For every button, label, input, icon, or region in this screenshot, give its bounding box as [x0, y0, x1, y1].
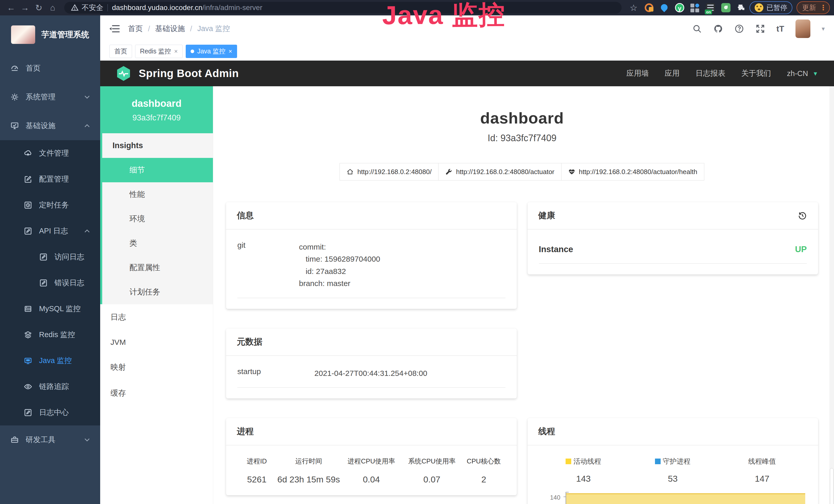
log-edit-icon: [39, 279, 48, 287]
active-dot: [191, 49, 194, 53]
sidebar-item-error-log[interactable]: 错误日志: [0, 270, 100, 296]
sidebar-item-label: 系统管理: [26, 92, 56, 102]
fullscreen-icon[interactable]: [755, 24, 765, 33]
font-size-icon[interactable]: tT: [776, 24, 784, 33]
log-edit-icon: [39, 253, 48, 261]
instance-name: dashboard: [103, 98, 211, 109]
sidebar-item-trace[interactable]: 链路追踪: [0, 373, 100, 399]
chevron-up-icon: [83, 227, 91, 235]
sidebar: 芋道管理系统 首页 系统管理 基础设施: [0, 16, 100, 504]
back-icon[interactable]: ←: [4, 3, 18, 13]
sidebar-item-config[interactable]: 配置管理: [0, 166, 100, 192]
menu-item-caches[interactable]: 缓存: [100, 380, 213, 406]
browser-home-icon[interactable]: ⌂: [46, 3, 60, 13]
instance-links: http://192.168.0.2:48080/ http://192.168…: [226, 163, 818, 181]
info-key: git: [237, 241, 299, 290]
extension-switch-icon[interactable]: on: [706, 3, 715, 12]
tag-home[interactable]: 首页: [109, 45, 132, 58]
menu-item-details[interactable]: 细节: [102, 158, 213, 182]
sba-nav-journal[interactable]: 日志报表: [696, 68, 725, 78]
menu-item-environment[interactable]: 环境: [102, 207, 213, 231]
url-path[interactable]: /infra/admin-server: [202, 4, 262, 12]
sidebar-item-system[interactable]: 系统管理: [0, 83, 100, 111]
hamburger-icon[interactable]: [109, 25, 120, 32]
sidebar-item-infra[interactable]: 基础设施: [0, 111, 100, 140]
sidebar-submenu-infra: 文件管理 配置管理 定时任务 API 日志: [0, 140, 100, 426]
sidebar-item-mysql[interactable]: MySQL 监控: [0, 296, 100, 322]
sba-nav-about[interactable]: 关于我们: [741, 68, 771, 78]
security-label[interactable]: 不安全: [82, 3, 103, 13]
tag-redis[interactable]: Redis 监控 ×: [135, 45, 183, 58]
menu-item-scheduled-tasks[interactable]: 计划任务: [102, 280, 213, 304]
actuator-url-link[interactable]: http://192.168.0.2:48080/actuator: [438, 163, 561, 181]
menu-item-config-props[interactable]: 配置属性: [102, 255, 213, 280]
extension-grid-icon[interactable]: [690, 3, 700, 12]
sidebar-item-file[interactable]: 文件管理: [0, 140, 100, 166]
close-icon[interactable]: ×: [174, 48, 178, 55]
menu-item-mappings[interactable]: 映射: [100, 354, 213, 380]
sidebar-item-java[interactable]: Java 监控: [0, 348, 100, 373]
sba-nav-applications[interactable]: 应用: [665, 68, 680, 78]
chevron-down-icon[interactable]: ▾: [822, 25, 825, 32]
schedule-icon: [24, 201, 32, 209]
extension-pin-icon[interactable]: [660, 3, 669, 12]
search-icon[interactable]: [692, 24, 702, 33]
menu-item-classes[interactable]: 类: [102, 231, 213, 255]
metadata-key: startup: [237, 367, 314, 379]
scrollbar-thumb[interactable]: [830, 468, 833, 504]
sidebar-item-label: 研发工具: [26, 435, 56, 445]
log-edit-icon: [24, 408, 32, 417]
sidebar-item-home[interactable]: 首页: [0, 54, 100, 83]
paused-button[interactable]: 已暂停: [749, 1, 792, 14]
menu-item-logs[interactable]: 日志: [100, 304, 213, 330]
menu-item-jvm[interactable]: JVM: [100, 330, 213, 354]
divider: [107, 4, 108, 11]
health-url-link[interactable]: http://192.168.0.2:48080/actuator/health: [561, 163, 704, 181]
bookmark-star-icon[interactable]: ☆: [630, 3, 637, 13]
extension-y-icon[interactable]: y: [675, 3, 684, 12]
extension-badge: [649, 7, 654, 12]
reload-icon[interactable]: ↻: [32, 3, 46, 13]
sba-nav-language[interactable]: zh-CN: [787, 69, 808, 78]
url-bar[interactable]: 不安全 dashboard.yudao.iocoder.cn/infra/adm…: [64, 2, 621, 14]
sidebar-item-api-log[interactable]: API 日志: [0, 218, 100, 244]
info-card: 信息 git commit: time: 1596289704000 id: 2…: [226, 202, 517, 309]
url-domain[interactable]: dashboard.yudao.iocoder.cn: [112, 4, 202, 12]
sidebar-item-access-log[interactable]: 访问日志: [0, 244, 100, 270]
extension-puzzle-icon[interactable]: [737, 3, 746, 12]
github-icon[interactable]: [713, 24, 723, 33]
sba-brand-title[interactable]: Spring Boot Admin: [139, 67, 239, 79]
avatar[interactable]: [795, 20, 810, 38]
scrollbar-track[interactable]: [829, 86, 834, 504]
gear-icon: [10, 93, 19, 101]
tag-label: Redis 监控: [140, 47, 171, 55]
forward-icon[interactable]: →: [18, 3, 32, 13]
breadcrumb-infra[interactable]: 基础设施: [155, 24, 185, 34]
sidebar-item-redis[interactable]: Redis 监控: [0, 322, 100, 348]
instance-header[interactable]: dashboard 93a3fc7f7409: [100, 86, 213, 133]
card-title: 健康: [539, 210, 555, 221]
sidebar-item-job[interactable]: 定时任务: [0, 192, 100, 218]
service-url-link[interactable]: http://192.168.0.2:48080/: [339, 163, 438, 181]
page-title: dashboard: [226, 109, 818, 127]
breadcrumb-home[interactable]: 首页: [128, 24, 143, 34]
update-button[interactable]: 更新 ⋮: [796, 1, 830, 14]
history-icon[interactable]: [797, 211, 807, 221]
tag-label: 首页: [114, 47, 127, 55]
extension-leaf-icon[interactable]: [721, 3, 730, 12]
info-git-row: git commit: time: 1596289704000 id: 27aa…: [237, 241, 505, 298]
help-icon[interactable]: [734, 24, 744, 33]
threads-legend: 活动线程 守护进程 线程峰值: [539, 457, 807, 466]
chevron-down-icon[interactable]: ▾: [814, 70, 817, 77]
close-icon[interactable]: ×: [228, 48, 232, 55]
sidebar-item-dev-tools[interactable]: 研发工具: [0, 426, 100, 454]
health-instance-row[interactable]: Instance UP: [539, 245, 807, 264]
tag-java[interactable]: Java 监控 ×: [186, 45, 237, 58]
menu-dots-icon[interactable]: ⋮: [820, 5, 827, 10]
sidebar-item-log-center[interactable]: 日志中心: [0, 399, 100, 426]
extension-colorzilla-icon[interactable]: [645, 3, 654, 12]
menu-item-metrics[interactable]: 性能: [102, 182, 213, 207]
app-logo-row[interactable]: 芋道管理系统: [0, 16, 100, 54]
sidebar-item-label: 错误日志: [54, 278, 84, 288]
sba-nav-wall[interactable]: 应用墙: [627, 68, 649, 78]
